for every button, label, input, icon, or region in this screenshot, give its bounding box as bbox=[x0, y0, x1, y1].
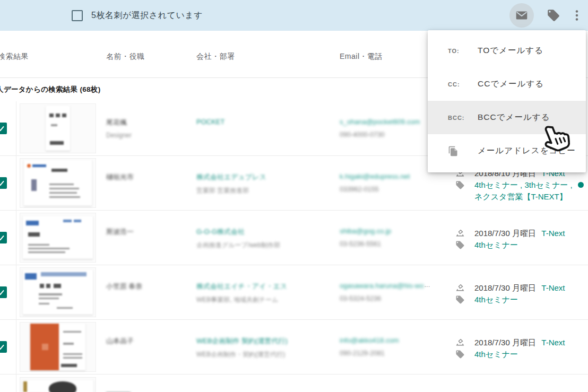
check-icon bbox=[0, 179, 5, 187]
selection-toolbar: 5枚名刺が選択されています bbox=[0, 0, 588, 31]
contact-name: 斯波浩一 bbox=[106, 227, 191, 237]
tag-action-button[interactable] bbox=[547, 8, 560, 22]
tag-icon bbox=[455, 240, 465, 250]
phone-number: 03-5236-5561 bbox=[340, 240, 443, 248]
column-header-email: Email・電話 bbox=[340, 52, 383, 62]
contact-title: Designer bbox=[106, 132, 191, 139]
more-vertical-icon bbox=[573, 8, 581, 22]
department: WEB企画制作・契約(運営代行) bbox=[196, 350, 329, 359]
check-icon bbox=[0, 124, 5, 133]
department: WEB事業部, 地域共創チーム bbox=[196, 295, 329, 304]
registered-date-icon bbox=[455, 229, 465, 238]
department: 企画推進グループ/web制作部 bbox=[196, 241, 329, 250]
row-checkbox-checked[interactable] bbox=[0, 123, 7, 134]
card-thumbnail[interactable] bbox=[20, 378, 96, 392]
menu-key-bcc: BCC: bbox=[448, 115, 478, 121]
cursor-pointer-hand bbox=[538, 121, 573, 159]
table-row[interactable]: 小笠原 春奈 株式会社エイチ・アイ・エス WEB事業部, 地域共創チーム oga… bbox=[0, 265, 588, 320]
registered-date: 2018/7/30 月曜日 bbox=[474, 283, 536, 292]
tag-icon bbox=[455, 180, 465, 190]
column-header-card: 検索結果 bbox=[0, 52, 29, 62]
email-link[interactable]: info@akko418.com bbox=[340, 336, 399, 344]
selection-count-label: 5枚名刺が選択されています bbox=[91, 10, 203, 21]
column-header-company: 会社・部署 bbox=[196, 52, 235, 62]
more-menu-button[interactable] bbox=[573, 8, 581, 22]
tag-icon bbox=[547, 8, 560, 22]
row-checkbox-checked[interactable] bbox=[0, 177, 7, 189]
tag-list[interactable]: 4thセミナー bbox=[474, 240, 518, 250]
row-checkbox-checked[interactable] bbox=[0, 232, 7, 243]
registered-date: 2018/7/30 月曜日 bbox=[474, 338, 536, 347]
department: 営業部 営業推進部 bbox=[196, 186, 329, 195]
copy-icon bbox=[448, 146, 459, 156]
tag-list[interactable]: 4thセミナー bbox=[474, 295, 518, 305]
email-ellipsis: ... bbox=[424, 281, 430, 289]
tag-list[interactable]: 4thセミナー bbox=[474, 350, 518, 360]
check-icon bbox=[0, 343, 5, 351]
table-row[interactable] bbox=[0, 374, 588, 392]
check-icon bbox=[0, 233, 5, 242]
mail-icon bbox=[515, 8, 529, 22]
tag-list[interactable]: ネクスタ営業【T-NEXT】 bbox=[474, 192, 567, 202]
tag-list[interactable]: 4thセミナー , 3thセミナー , bbox=[474, 180, 573, 189]
card-thumbnail[interactable] bbox=[20, 323, 96, 371]
check-icon bbox=[0, 288, 5, 297]
menu-key-cc: CC: bbox=[448, 81, 478, 88]
table-row[interactable]: 山本晶子 WEB企画制作 契約(運営代行) WEB企画制作・契約(運営代行) i… bbox=[0, 320, 588, 374]
phone-number: 090-2129-2081 bbox=[340, 350, 443, 357]
email-link[interactable]: k.higaki@edupress.net bbox=[340, 172, 410, 180]
tag-icon bbox=[455, 350, 465, 359]
phone-number: 03-5324-5236 bbox=[340, 295, 443, 302]
company-name: 株式会社エイチ・アイ・エス bbox=[196, 282, 329, 291]
registered-date-icon bbox=[455, 338, 465, 347]
row-checkbox-checked[interactable] bbox=[0, 286, 7, 298]
menu-key-to: TO: bbox=[448, 48, 478, 54]
registered-date-icon bbox=[455, 283, 465, 293]
event-link[interactable]: T-Next bbox=[541, 283, 565, 292]
card-thumbnail[interactable] bbox=[20, 159, 96, 207]
contact-name: 小笠原 春奈 bbox=[106, 282, 191, 291]
phone-number: 033962-0155 bbox=[340, 186, 443, 193]
registered-date: 2018/7/30 月曜日 bbox=[474, 229, 536, 238]
event-link[interactable]: T-Next bbox=[541, 229, 565, 238]
company-name: WEB企画制作 契約(運営代行) bbox=[196, 336, 329, 346]
event-link[interactable]: T-Next bbox=[541, 338, 565, 347]
select-all-checkbox[interactable] bbox=[72, 10, 83, 21]
row-checkbox-checked[interactable] bbox=[0, 341, 7, 353]
email-link[interactable]: ogasawara.haruna@his-wo bbox=[340, 282, 423, 290]
column-header-name: 名前・役職 bbox=[106, 52, 145, 62]
card-thumbnail[interactable] bbox=[20, 268, 96, 317]
card-thumbnail[interactable] bbox=[20, 104, 96, 153]
card-thumbnail[interactable] bbox=[20, 213, 96, 262]
contact-name: 山本晶子 bbox=[106, 336, 191, 346]
mail-action-button[interactable] bbox=[509, 3, 534, 28]
menu-item-mail-cc[interactable]: CC: CCでメールする bbox=[428, 67, 586, 101]
email-link[interactable]: shiba@gog.co.jp bbox=[340, 227, 391, 235]
company-name: G-O-G株式会社 bbox=[196, 227, 329, 237]
contact-name: 樋垣光市 bbox=[106, 172, 191, 182]
app-screen: 5枚名刺が選択されています bbox=[0, 0, 588, 392]
section-title: 人データからの検索結果 (68枚) bbox=[0, 85, 100, 94]
tag-color-dot bbox=[578, 182, 584, 188]
email-link[interactable]: s_ohana@pocket609.com bbox=[340, 118, 420, 126]
contact-name: 尾花楓 bbox=[106, 118, 191, 127]
company-name: POCKET bbox=[196, 118, 329, 126]
tag-icon bbox=[455, 295, 465, 304]
company-name: 株式会社エデュプレス bbox=[196, 172, 329, 182]
checkbox-column-divider bbox=[16, 101, 16, 392]
menu-item-mail-to[interactable]: TO: TOでメールする bbox=[428, 34, 586, 67]
table-row[interactable]: 斯波浩一 G-O-G株式会社 企画推進グループ/web制作部 shiba@gog… bbox=[0, 211, 588, 265]
